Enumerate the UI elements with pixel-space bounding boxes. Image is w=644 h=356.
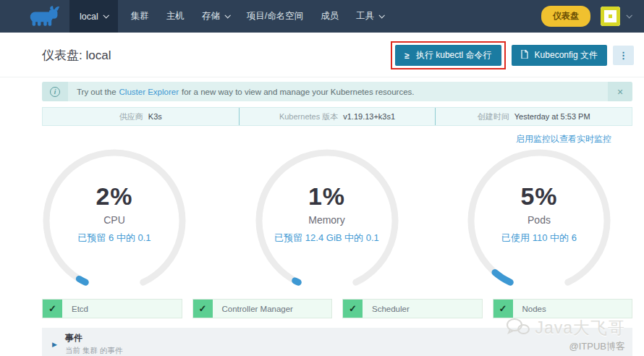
nav-item-projects-namespaces[interactable]: 项目/命名空间 — [247, 10, 303, 22]
gauge-pods-sublabel: 已使用 110 中的 6 — [467, 232, 611, 245]
dashboard-button[interactable]: 仪表盘 — [541, 6, 590, 27]
page-header: 仪表盘: local ≥ 执行 kubectl 命令行 Kubeconfig 文… — [0, 33, 644, 77]
chevron-down-icon — [379, 12, 385, 18]
status-box-scheduler: ✓ Scheduler — [342, 299, 483, 318]
annotation-highlight-box: ≥ 执行 kubectl 命令行 — [391, 41, 505, 69]
nav-item-nodes[interactable]: 主机 — [166, 10, 185, 22]
status-box-controller-manager: ✓ Controller Manager — [192, 299, 333, 318]
monitoring-link-row: 启用监控以查看实时监控 — [0, 126, 644, 145]
expand-triangle-icon[interactable]: ▶ — [52, 341, 57, 348]
more-actions-button[interactable]: ⋮ — [613, 46, 634, 65]
events-subtitle: 当前 集群 的事件 — [65, 346, 122, 356]
status-box-nodes: ✓ Nodes — [493, 299, 633, 318]
nav-item-members[interactable]: 成员 — [321, 10, 339, 22]
banner-text: Try out the Cluster Explorer for a new w… — [68, 82, 608, 101]
cluster-info-bar: 供应商 K3s Kubernetes 版本 v1.19.13+k3s1 创建时间… — [42, 107, 632, 126]
nav-item-tools[interactable]: 工具 — [356, 10, 384, 22]
rancher-logo-icon[interactable] — [29, 6, 61, 27]
gauge-cpu-label: CPU — [42, 214, 187, 226]
events-section[interactable]: ▶ 事件 当前 集群 的事件 — [42, 328, 632, 356]
gauge-memory-text: 1% Memory 已预留 12.4 GiB 中的 0.1 — [255, 182, 399, 245]
nav-item-clusters[interactable]: 集群 — [131, 10, 149, 22]
info-cell-kubernetes-version: Kubernetes 版本 v1.19.13+k3s1 — [239, 108, 436, 125]
info-cell-created: 创建时间 Yesterday at 5:53 PM — [435, 108, 632, 125]
events-title: 事件 — [65, 332, 122, 344]
terminal-prompt-icon: ≥ — [404, 51, 410, 61]
user-menu-chevron-icon[interactable] — [626, 12, 632, 18]
file-icon — [521, 50, 528, 61]
gauge-pods-label: Pods — [467, 214, 611, 226]
component-status-row: ✓ Etcd ✓ Controller Manager ✓ Scheduler … — [0, 293, 644, 318]
status-box-etcd: ✓ Etcd — [42, 299, 182, 318]
check-icon: ✓ — [43, 300, 62, 318]
info-cell-provider: 供应商 K3s — [43, 108, 239, 125]
close-icon: × — [617, 86, 623, 98]
gauge-memory: 1% Memory 已预留 12.4 GiB 中的 0.1 — [255, 148, 399, 293]
rancher-dashboard-page: local 集群 主机 存储 项目/命名空间 成员 工具 仪表盘 — [0, 0, 644, 356]
page-title: 仪表盘: local — [42, 47, 111, 64]
enable-monitoring-link[interactable]: 启用监控以查看实时监控 — [516, 134, 611, 144]
gauge-cpu-sublabel: 已预留 6 中的 0.1 — [42, 232, 187, 245]
nav-item-storage[interactable]: 存储 — [202, 10, 229, 22]
gauge-memory-label: Memory — [255, 214, 399, 226]
check-icon: ✓ — [193, 300, 213, 318]
gauge-pods-text: 5% Pods 已使用 110 中的 6 — [467, 182, 611, 245]
gauge-pods: 5% Pods 已使用 110 中的 6 — [467, 148, 611, 293]
ellipsis-icon: ⋮ — [619, 50, 628, 61]
cluster-selector-label: local — [80, 12, 98, 22]
check-icon: ✓ — [343, 300, 363, 318]
cluster-explorer-banner: i Try out the Cluster Explorer for a new… — [42, 82, 632, 101]
gauge-cpu-value: 2% — [42, 182, 187, 211]
gauge-cpu-text: 2% CPU 已预留 6 中的 0.1 — [42, 182, 187, 245]
cluster-explorer-link[interactable]: Cluster Explorer — [119, 88, 179, 96]
chevron-down-icon — [224, 12, 230, 18]
events-text: 事件 当前 集群 的事件 — [65, 332, 122, 356]
banner-icon-cell: i — [42, 82, 68, 101]
header-actions: ≥ 执行 kubectl 命令行 Kubeconfig 文件 ⋮ — [391, 41, 634, 69]
banner-close-button[interactable]: × — [608, 82, 632, 101]
top-navbar: local 集群 主机 存储 项目/命名空间 成员 工具 仪表盘 — [0, 0, 644, 33]
kubeconfig-file-button[interactable]: Kubeconfig 文件 — [512, 45, 607, 66]
gauge-memory-value: 1% — [255, 182, 399, 211]
resource-gauges: 2% CPU 已预留 6 中的 0.1 1% Memory 已预留 12.4 G… — [0, 145, 644, 293]
user-avatar[interactable] — [601, 7, 620, 26]
info-icon: i — [50, 87, 60, 97]
gauge-cpu: 2% CPU 已预留 6 中的 0.1 — [42, 148, 187, 293]
gauge-pods-value: 5% — [467, 182, 611, 211]
gauge-memory-sublabel: 已预留 12.4 GiB 中的 0.1 — [255, 232, 399, 245]
launch-kubectl-button[interactable]: ≥ 执行 kubectl 命令行 — [395, 45, 501, 66]
navbar-menu: 集群 主机 存储 项目/命名空间 成员 工具 — [131, 10, 384, 22]
cluster-selector-dropdown[interactable]: local — [69, 0, 118, 33]
check-icon: ✓ — [493, 300, 513, 318]
chevron-down-icon — [103, 12, 109, 18]
